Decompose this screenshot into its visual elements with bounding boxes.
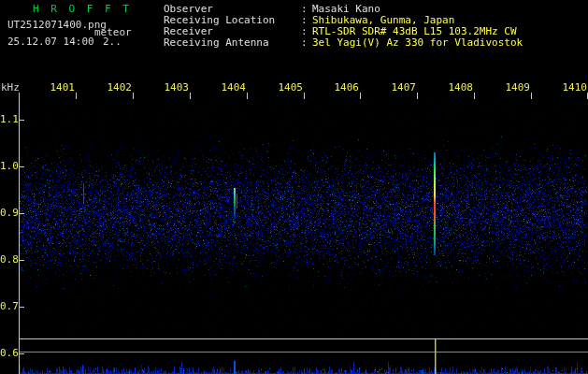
freq-tick-label: 0.7	[0, 301, 16, 311]
app-title: H R O F F T	[33, 4, 132, 14]
time-tick-label: 1409	[504, 82, 530, 93]
info-row: Receiving Antenna:3el Yagi(V) Az 330 for…	[164, 37, 523, 48]
info-label: Observer	[164, 4, 301, 14]
freq-tick-label: 1.0	[0, 161, 16, 171]
freq-tick-label: 1.1	[0, 114, 16, 124]
info-row: Receiver:RTL-SDR SDR# 43dB L15 103.2MHz …	[164, 26, 517, 36]
time-tick-label: 1406	[333, 82, 359, 93]
info-label: Receiver	[164, 26, 301, 36]
spectrogram-canvas	[0, 0, 588, 374]
info-value: RTL-SDR SDR# 43dB L15 103.2MHz CW	[312, 26, 517, 36]
info-value: Shibukawa, Gunma, Japan	[312, 15, 454, 25]
time-tick-label: 1401	[49, 82, 75, 93]
info-row: Receiving Location:Shibukawa, Gunma, Jap…	[164, 15, 454, 25]
info-value: Masaki Kano	[312, 4, 380, 14]
time-tick-label: 1403	[163, 82, 189, 93]
counter-label: 2..	[103, 36, 122, 47]
time-tick-label: 1407	[390, 82, 416, 93]
info-separator: :	[301, 26, 312, 36]
time-tick-label: 1408	[447, 82, 473, 93]
info-label: Receiving Antenna	[164, 37, 301, 48]
freq-tick-label: 0.9	[0, 208, 16, 218]
freq-tick-label: 0.8	[0, 254, 16, 265]
info-separator: :	[301, 15, 312, 25]
output-filename: UT2512071400.png	[7, 20, 107, 30]
hrofft-screen: H R O F F T UT2512071400.png meteor 25.1…	[0, 0, 588, 374]
freq-tick-label: 0.6	[0, 348, 16, 358]
info-value: 3el Yagi(V) Az 330 for Vladivostok	[312, 37, 523, 48]
datetime-label: 25.12.07 14:00	[7, 36, 94, 47]
time-tick-label: 1404	[220, 82, 246, 93]
time-tick-label: 1405	[277, 82, 303, 93]
info-separator: :	[301, 37, 312, 48]
info-separator: :	[301, 4, 312, 14]
time-tick-label: 1402	[106, 82, 132, 93]
info-label: Receiving Location	[164, 15, 301, 25]
info-row: Observer:Masaki Kano	[164, 4, 380, 14]
time-tick-label: 1410	[561, 82, 587, 93]
freq-unit-label: kHz	[1, 82, 20, 93]
